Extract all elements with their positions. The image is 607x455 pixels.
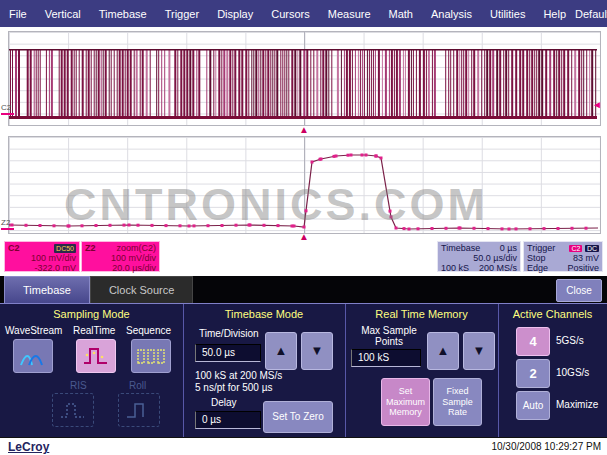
c2-trace-label-text: C2 <box>1 103 11 112</box>
menu-help[interactable]: Help <box>534 8 575 20</box>
menu-vertical[interactable]: Vertical <box>36 8 90 20</box>
roll-icon <box>125 399 153 421</box>
wavestream-label: WaveStream <box>5 325 62 336</box>
menu-bar: File Vertical Timebase Trigger Display C… <box>0 0 607 27</box>
menu-analysis[interactable]: Analysis <box>422 8 481 20</box>
c2-coupling-badge: DC50 <box>54 244 76 253</box>
fixed-sample-rate-button[interactable]: Fixed Sample Rate <box>433 378 482 426</box>
menu-file[interactable]: File <box>0 8 36 20</box>
z2-tdiv: 20.0 µs/div <box>85 263 156 273</box>
channels-2-button[interactable]: 2 <box>516 359 550 388</box>
menu-display[interactable]: Display <box>208 8 262 20</box>
menu-measure[interactable]: Measure <box>319 8 380 20</box>
c2-id: C2 <box>8 243 20 253</box>
timebase-mode-title: Timebase Mode <box>183 308 345 320</box>
menu-timebase[interactable]: Timebase <box>90 8 156 20</box>
roll-button[interactable] <box>118 393 160 427</box>
channels-auto-button[interactable]: Auto <box>516 391 550 420</box>
active-channels-section: Active Channels 4 5GS/s 2 10GS/s Auto Ma… <box>498 304 607 437</box>
c2-burst-trace <box>9 32 598 125</box>
trigger-mode: Stop <box>527 253 546 263</box>
active-channels-title: Active Channels <box>498 308 607 320</box>
real-time-memory-title: Real Time Memory <box>345 308 498 320</box>
channels-auto-label: Maximize <box>556 399 598 410</box>
c2-trace-label: C2 <box>1 103 14 115</box>
timebase-descriptor-box[interactable]: Timebase 0 µs 50.0 µs/div 100 kS 200 MS/… <box>437 241 521 272</box>
c2-offset: -322.0 mV <box>8 263 76 273</box>
set-to-zero-button[interactable]: Set To Zero <box>263 401 333 433</box>
max-sample-field[interactable]: 100 kS <box>351 349 421 367</box>
c2-descriptor-box[interactable]: C2 DC50 100 mV/div -322.0 mV <box>4 241 80 272</box>
z2-source: zoom(C2) <box>116 243 156 253</box>
timebase-tdiv: 50.0 µs/div <box>441 253 517 263</box>
wavestream-icon <box>19 345 47 367</box>
realtime-icon <box>82 345 110 367</box>
trigger-descriptor-box[interactable]: Trigger C2 DC Stop 83 mV Edge Positive <box>523 241 603 272</box>
real-time-memory-section: Real Time Memory Max Sample Points 100 k… <box>345 304 498 437</box>
panel-content: Sampling Mode WaveStream RealTime Sequen… <box>0 303 607 437</box>
trigger-time-marker-bottom[interactable]: ▲ <box>299 233 309 241</box>
delay-label: Delay <box>211 397 237 408</box>
realtime-label: RealTime <box>73 325 115 336</box>
trigger-coupling-badge: DC <box>585 245 599 252</box>
menu-trigger[interactable]: Trigger <box>156 8 208 20</box>
trigger-type: Edge <box>527 263 548 273</box>
sequence-button[interactable] <box>131 339 171 373</box>
max-sample-up-button[interactable]: ▲ <box>427 332 459 370</box>
trigger-source-badge: C2 <box>569 245 582 252</box>
timebase-title: Timebase <box>441 243 480 253</box>
c2-vdiv: 100 mV/div <box>8 253 76 263</box>
channels-4-rate-label: 5GS/s <box>556 335 584 346</box>
timebase-mode-section: Timebase Mode Time/Division 50.0 µs ▲ ▼ … <box>183 304 345 437</box>
sequence-label: Sequence <box>126 325 171 336</box>
lecroy-logo: LeCroy <box>8 440 49 454</box>
panel-tab-row: Timebase Clock Source <box>0 276 607 303</box>
timebase-samples: 100 kS <box>441 263 469 273</box>
set-maximum-memory-button[interactable]: Set Maximum Memory <box>381 378 430 426</box>
menu-cursors[interactable]: Cursors <box>262 8 319 20</box>
c2-grid: ◄ <box>8 31 601 126</box>
waveform-display: ◄ C2 ▲ Z2 ▲ CNTRONICS.COM <box>0 27 607 240</box>
wavestream-button[interactable] <box>13 339 53 373</box>
trigger-time-marker-top[interactable]: ▲ <box>299 126 309 134</box>
trigger-slope: Positive <box>567 263 599 273</box>
z2-trace-label-text: Z2 <box>1 218 10 227</box>
time-division-up-button[interactable]: ▲ <box>265 332 297 370</box>
trigger-level: 83 mV <box>573 253 599 263</box>
memory-info-line1: 100 kS at 200 MS/s <box>195 370 282 381</box>
ris-label: RIS <box>70 380 87 391</box>
max-sample-down-button[interactable]: ▼ <box>463 332 495 370</box>
sampling-mode-section: Sampling Mode WaveStream RealTime Sequen… <box>0 304 183 437</box>
max-sample-label-2: Points <box>357 336 421 347</box>
trigger-level-marker[interactable]: ◄ <box>592 100 602 110</box>
tab-clock-source[interactable]: Clock Source <box>90 276 193 303</box>
menu-utilities[interactable]: Utilities <box>481 8 534 20</box>
sequence-icon <box>136 345 166 367</box>
control-panel: Timebase Clock Source Close Sampling Mod… <box>0 276 607 437</box>
time-division-field[interactable]: 50.0 µs <box>195 344 261 362</box>
realtime-button[interactable] <box>76 339 116 373</box>
footer: LeCroy 10/30/2008 10:29:27 PM <box>0 437 607 455</box>
z2-id: Z2 <box>85 243 96 253</box>
memory-info-line2: 5 ns/pt for 500 µs <box>195 382 272 393</box>
trigger-title: Trigger <box>527 243 555 253</box>
timebase-rate: 200 MS/s <box>479 263 517 273</box>
max-sample-label-1: Max Sample <box>357 325 421 336</box>
oscilloscope-screen: File Vertical Timebase Trigger Display C… <box>0 0 607 455</box>
channels-4-button[interactable]: 4 <box>516 327 550 356</box>
z2-descriptor-box[interactable]: Z2 zoom(C2) 100 mV/div 20.0 µs/div <box>81 241 160 272</box>
roll-label: Roll <box>129 380 146 391</box>
z2-trace-label: Z2 <box>1 218 14 230</box>
menu-math[interactable]: Math <box>380 8 422 20</box>
default-label: Default: <box>575 8 607 20</box>
delay-field[interactable]: 0 µs <box>195 411 261 429</box>
ris-icon <box>59 399 87 421</box>
sampling-mode-title: Sampling Mode <box>0 308 183 320</box>
tab-timebase[interactable]: Timebase <box>4 276 90 303</box>
time-division-down-button[interactable]: ▼ <box>301 332 333 370</box>
ris-button[interactable] <box>52 393 94 427</box>
datetime: 10/30/2008 10:29:27 PM <box>491 441 601 452</box>
close-button[interactable]: Close <box>556 279 602 302</box>
watermark: CNTRONICS.COM <box>64 179 488 231</box>
time-division-label: Time/Division <box>199 328 259 339</box>
